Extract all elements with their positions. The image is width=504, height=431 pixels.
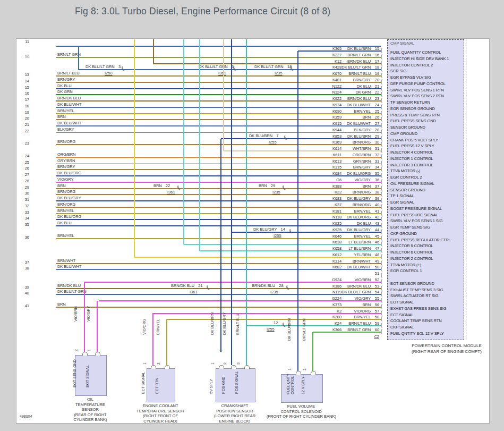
left-wire-color: DK GRN bbox=[57, 89, 73, 94]
pin-signal-label: SENSOR GROUND bbox=[390, 188, 425, 192]
connector-bracket-icon: ( bbox=[381, 260, 382, 266]
pin-number: 28 bbox=[375, 128, 379, 132]
connector-bracket-icon: ( bbox=[381, 104, 382, 109]
left-row-number: 20 bbox=[18, 116, 29, 121]
left-wire-color: BRN bbox=[57, 114, 66, 119]
pin-wire-color: DK BLU/LT GRN bbox=[341, 65, 371, 70]
connector-bracket-icon: ( bbox=[381, 66, 382, 72]
pin-number: 24 bbox=[375, 103, 379, 107]
pin-number: 23 bbox=[375, 96, 379, 101]
splice-id-link[interactable]: I361 bbox=[190, 290, 198, 294]
pin-wire-color: DK BLU/BRN bbox=[347, 134, 371, 139]
component-pin-function: POS SIGNAL bbox=[234, 356, 239, 394]
pin-wire-color: DK BLU/WHT bbox=[347, 121, 371, 126]
pin-wire-id: K684 bbox=[332, 171, 341, 176]
pin-wire-id: K638 bbox=[332, 240, 341, 244]
pcm-connector-label[interactable]: C2 bbox=[363, 334, 379, 339]
pin-number: 18 bbox=[375, 65, 379, 70]
connector-bracket-icon: ( bbox=[381, 141, 382, 147]
connector-bracket-icon: ( bbox=[381, 266, 382, 272]
pin-number: 37 bbox=[375, 184, 379, 189]
pin-number: 34 bbox=[375, 165, 379, 170]
splice-id-link[interactable]: I235 bbox=[275, 71, 283, 75]
connector-bracket-icon: ( bbox=[381, 285, 382, 291]
pin-signal-label: EGR BYPASS VLV SIG bbox=[390, 75, 431, 80]
component-wire-color: BRN/LT GRN bbox=[302, 313, 306, 341]
pin-signal-label: INJECTOR CONTROL 2 bbox=[390, 63, 433, 67]
connector-bracket-icon: ( bbox=[381, 129, 382, 134]
pin-wire-color: BRN/DK BLU bbox=[347, 284, 371, 289]
left-row-number: 24 bbox=[18, 154, 29, 158]
splice-id-link[interactable]: I235 bbox=[272, 190, 280, 195]
pin-wire-id: K670 bbox=[332, 71, 341, 76]
pin-number: 52 bbox=[375, 277, 379, 282]
component-wire-color: DK BLU/BRN bbox=[210, 307, 215, 335]
pin-number: 46 bbox=[375, 240, 379, 244]
pin-signal-label: TTVA MOTOR (-) bbox=[390, 168, 420, 173]
component-wire-color: VIO/GRY bbox=[86, 294, 91, 322]
pin-wire-color: BRN/YEL bbox=[354, 109, 371, 114]
pin-signal-label: SWIRL VLV POS SENS 1 RTN bbox=[390, 88, 444, 92]
pin-number: 41 bbox=[375, 209, 379, 214]
splice-wire-label: 12 bbox=[274, 320, 278, 325]
pin-wire-id: K181 bbox=[332, 209, 341, 214]
connector-bracket-icon: ( bbox=[381, 148, 382, 153]
pin-number: 50 bbox=[375, 265, 379, 269]
pin-number: 60 bbox=[375, 327, 379, 332]
wire-line bbox=[153, 63, 381, 64]
splice-id-link[interactable]: I255 bbox=[267, 327, 275, 332]
pin-number: 20 bbox=[375, 78, 379, 82]
pin-signal-label: COOLANT TEMP SENS RTN bbox=[390, 318, 442, 323]
pin-wire-id: K373 bbox=[332, 302, 341, 307]
pin-wire-color: BRN/DK BLU bbox=[347, 59, 371, 64]
splice-id-link[interactable]: I250 bbox=[105, 71, 113, 75]
connector-symbol-icon bbox=[244, 365, 250, 369]
splice-wire-label: DK BLU/LT GRN 18 bbox=[254, 64, 292, 69]
connector-bracket-icon: ( bbox=[381, 79, 382, 84]
pin-signal-label: FUEL PRESS REGULATOR CTRL bbox=[390, 238, 451, 242]
pin-wire-id: K315 bbox=[332, 165, 341, 170]
pin-wire-id: K922 bbox=[332, 96, 341, 101]
component-box bbox=[147, 368, 175, 402]
splice-id-link[interactable]: I255 bbox=[269, 140, 277, 145]
left-row-number: 38 bbox=[18, 266, 29, 271]
pin-signal-label: EOT SENSOR GROUND bbox=[390, 281, 434, 286]
component-pin-function: ECT SIGNAL bbox=[141, 356, 146, 394]
pin-wire-color: DK BLU/ORG bbox=[347, 171, 371, 176]
splice-id-link[interactable]: I361 bbox=[218, 71, 226, 75]
pin-number: 15 bbox=[375, 46, 379, 51]
pin-wire-color: BRN/YEL bbox=[354, 209, 371, 214]
left-wire-color: BRN/ORG bbox=[57, 189, 75, 194]
component-pin-function: 12 V SPLY bbox=[301, 356, 305, 394]
pin-number: 49 bbox=[375, 259, 379, 264]
pin-wire-id: K369 bbox=[332, 140, 341, 145]
component-name: (FRONT OF RIGHT CYLINDER BANK) bbox=[267, 414, 336, 419]
pin-signal-label: EGR CONTROL 2 bbox=[390, 175, 422, 180]
component-pin-function: EOT SENS GND bbox=[72, 349, 77, 387]
pin-number: 42 bbox=[375, 215, 379, 219]
component-name: POSITION SENSOR bbox=[200, 409, 269, 414]
wire-line bbox=[56, 207, 381, 208]
pin-wire-id: K853 bbox=[332, 134, 341, 139]
pin-signal-label: ECT SIGNAL bbox=[390, 312, 413, 317]
splice-id-link[interactable]: I361 bbox=[167, 190, 175, 195]
pin-wire-id: K935 bbox=[332, 221, 341, 226]
connector-bracket-icon: ( bbox=[381, 185, 382, 191]
left-wire-color: BRN/GRY bbox=[57, 77, 75, 82]
left-wire-color: ORG/BRN bbox=[57, 152, 75, 157]
pin-wire-id: N124 bbox=[332, 90, 341, 95]
component-name: CONTROL SOLENOID bbox=[267, 409, 336, 415]
connector-bracket-icon: ( bbox=[381, 329, 382, 334]
left-row-number: 19 bbox=[18, 110, 29, 115]
left-wire-color: BLK/GRY bbox=[57, 127, 74, 132]
pin-signal-label: FUEL PRESSURE SIGNAL bbox=[390, 213, 438, 217]
left-wire-color: BRN/DK BLU bbox=[57, 283, 81, 288]
component-name: FUEL VOLUME bbox=[267, 404, 336, 409]
connector-bracket-icon: ( bbox=[381, 210, 382, 216]
pin-wire-id: K683 bbox=[332, 196, 341, 201]
splice-id-link[interactable]: I255 bbox=[274, 233, 281, 238]
splice-id-link[interactable]: I235 bbox=[270, 290, 278, 294]
component-pin-function: EOT SIGNAL bbox=[85, 349, 90, 387]
component-wire-color: VIO/BRN bbox=[73, 294, 78, 322]
pin-number: 43 bbox=[375, 221, 379, 226]
